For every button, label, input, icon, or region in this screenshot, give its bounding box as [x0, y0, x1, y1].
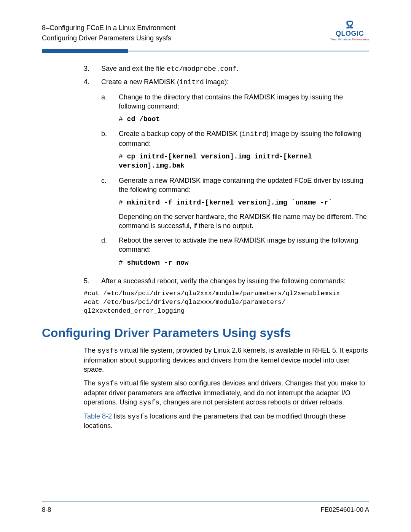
page-number: 8-8 — [42, 506, 51, 514]
header-line-1: 8–Configuring FCoE in a Linux Environmen… — [42, 23, 175, 33]
substep-letter: c. — [101, 176, 119, 230]
table-link[interactable]: Table 8-2 — [84, 412, 112, 420]
command: # mkinitrd -f initrd-[kernel version].im… — [119, 198, 369, 207]
substep-letter: a. — [101, 93, 119, 124]
page-header: 8–Configuring FCoE in a Linux Environmen… — [42, 23, 175, 43]
substep-text: Change to the directory that contains th… — [119, 93, 369, 111]
step-4b: b. Create a backup copy of the RAMDISK (… — [101, 129, 369, 170]
footer-rule — [42, 502, 369, 502]
page-footer: 8-8 FE0254601-00 A — [42, 506, 369, 514]
substep-letter: d. — [101, 236, 119, 267]
step-3: 3. Save and exit the file etc/modprobe.c… — [84, 64, 369, 73]
substep-text: Reboot the server to activate the new RA… — [119, 236, 369, 254]
substep-letter: b. — [101, 129, 119, 170]
step-number: 5. — [84, 276, 101, 286]
step-4d: d. Reboot the server to activate the new… — [101, 236, 369, 267]
section-p1: The sysfs virtual file system, provided … — [84, 346, 369, 374]
step-4c: c. Generate a new RAMDISK image containi… — [101, 176, 369, 230]
logo-tagline: The Ultimate in Performance — [330, 38, 369, 41]
step-text: After a successful reboot, verify the ch… — [101, 276, 369, 286]
qlogic-icon: ꭥ — [330, 16, 369, 30]
substep-text: Create a backup copy of the RAMDISK (ini… — [119, 129, 369, 148]
section-p2: The sysfs virtual file system also confi… — [84, 379, 369, 407]
step-number: 3. — [84, 64, 101, 73]
command: # cp initrd-[kernel version].img initrd-… — [119, 152, 369, 171]
header-rule — [42, 49, 369, 53]
section-p3: Table 8-2 lists sysfs locations and the … — [84, 412, 369, 431]
substep-text: Generate a new RAMDISK image containing … — [119, 176, 369, 195]
step-4a: a. Change to the directory that contains… — [101, 93, 369, 124]
command: # cd /boot — [119, 115, 369, 124]
step-number: 4. — [84, 77, 101, 271]
doc-id: FE0254601-00 A — [320, 506, 369, 514]
substep-note: Depending on the server hardware, the RA… — [119, 212, 369, 231]
header-line-2: Configuring Driver Parameters Using sysf… — [42, 33, 175, 43]
step-4: 4. Create a new RAMDISK (initrd image): … — [84, 77, 369, 271]
command: # shutdown -r now — [119, 258, 369, 267]
logo-brand: QLOGIC — [330, 30, 369, 38]
body-content: 3. Save and exit the file etc/modprobe.c… — [42, 64, 369, 431]
qlogic-logo: ꭥ QLOGIC The Ultimate in Performance — [330, 16, 369, 41]
command-block: #cat /etc/bus/pci/drivers/qla2xxx/module… — [84, 289, 369, 316]
step-5: 5. After a successful reboot, verify the… — [84, 276, 369, 286]
section-heading: Configuring Driver Parameters Using sysf… — [42, 325, 369, 341]
